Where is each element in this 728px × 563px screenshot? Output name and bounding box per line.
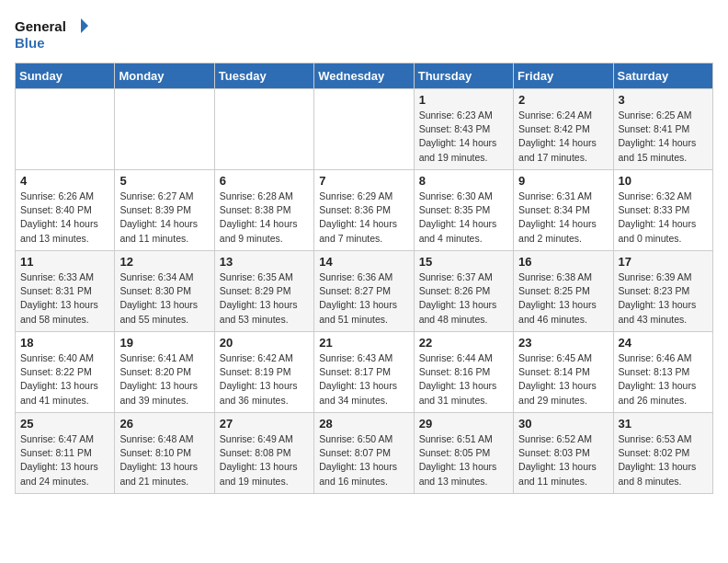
day-info: Sunrise: 6:50 AMSunset: 8:07 PMDaylight:…	[319, 432, 408, 488]
header: General Blue	[15, 15, 713, 55]
calendar-cell: 11Sunrise: 6:33 AMSunset: 8:31 PMDayligh…	[16, 251, 115, 332]
day-number: 14	[319, 255, 408, 269]
svg-text:General: General	[15, 18, 66, 34]
day-info: Sunrise: 6:23 AMSunset: 8:43 PMDaylight:…	[419, 109, 508, 165]
logo: General Blue	[15, 15, 88, 55]
day-info: Sunrise: 6:31 AMSunset: 8:34 PMDaylight:…	[518, 190, 608, 246]
day-info: Sunrise: 6:52 AMSunset: 8:03 PMDaylight:…	[518, 432, 608, 488]
calendar-cell: 24Sunrise: 6:46 AMSunset: 8:13 PMDayligh…	[613, 332, 712, 413]
day-number: 2	[518, 93, 608, 107]
weekday-header-saturday: Saturday	[613, 63, 712, 89]
day-info: Sunrise: 6:25 AMSunset: 8:41 PMDaylight:…	[619, 109, 708, 165]
svg-text:Blue: Blue	[15, 35, 45, 51]
day-number: 12	[119, 255, 209, 269]
calendar-cell: 1Sunrise: 6:23 AMSunset: 8:43 PMDaylight…	[414, 89, 513, 170]
day-number: 23	[518, 336, 608, 350]
day-number: 3	[619, 93, 708, 107]
calendar-cell: 10Sunrise: 6:32 AMSunset: 8:33 PMDayligh…	[613, 170, 712, 251]
weekday-header-friday: Friday	[514, 63, 613, 89]
day-number: 15	[419, 255, 508, 269]
day-info: Sunrise: 6:47 AMSunset: 8:11 PMDaylight:…	[20, 432, 109, 488]
day-number: 13	[220, 255, 309, 269]
day-info: Sunrise: 6:40 AMSunset: 8:22 PMDaylight:…	[20, 351, 109, 408]
day-number: 1	[419, 93, 508, 107]
calendar-cell: 7Sunrise: 6:29 AMSunset: 8:36 PMDaylight…	[314, 170, 414, 251]
day-number: 6	[220, 174, 309, 188]
day-number: 10	[619, 174, 708, 188]
day-info: Sunrise: 6:44 AMSunset: 8:16 PMDaylight:…	[419, 351, 508, 408]
day-number: 28	[319, 417, 408, 431]
day-number: 18	[20, 336, 109, 350]
day-info: Sunrise: 6:48 AMSunset: 8:10 PMDaylight:…	[119, 432, 209, 488]
calendar-cell: 15Sunrise: 6:37 AMSunset: 8:26 PMDayligh…	[414, 251, 513, 332]
calendar-cell: 31Sunrise: 6:53 AMSunset: 8:02 PMDayligh…	[613, 413, 712, 494]
weekday-header-wednesday: Wednesday	[314, 63, 414, 89]
day-number: 8	[419, 174, 508, 188]
day-number: 30	[518, 417, 608, 431]
calendar-cell: 29Sunrise: 6:51 AMSunset: 8:05 PMDayligh…	[414, 413, 513, 494]
calendar-cell	[214, 89, 313, 170]
day-number: 17	[619, 255, 708, 269]
day-info: Sunrise: 6:42 AMSunset: 8:19 PMDaylight:…	[220, 351, 309, 408]
day-number: 7	[319, 174, 408, 188]
day-number: 11	[20, 255, 109, 269]
day-number: 4	[20, 174, 109, 188]
calendar-table: SundayMondayTuesdayWednesdayThursdayFrid…	[15, 63, 713, 494]
calendar-cell: 27Sunrise: 6:49 AMSunset: 8:08 PMDayligh…	[214, 413, 313, 494]
calendar-cell: 6Sunrise: 6:28 AMSunset: 8:38 PMDaylight…	[214, 170, 313, 251]
calendar-cell: 20Sunrise: 6:42 AMSunset: 8:19 PMDayligh…	[214, 332, 313, 413]
day-info: Sunrise: 6:51 AMSunset: 8:05 PMDaylight:…	[419, 432, 508, 488]
day-number: 9	[518, 174, 608, 188]
day-number: 31	[619, 417, 708, 431]
calendar-cell: 21Sunrise: 6:43 AMSunset: 8:17 PMDayligh…	[314, 332, 414, 413]
day-info: Sunrise: 6:39 AMSunset: 8:23 PMDaylight:…	[619, 270, 708, 327]
day-info: Sunrise: 6:49 AMSunset: 8:08 PMDaylight:…	[220, 432, 309, 488]
calendar-cell: 13Sunrise: 6:35 AMSunset: 8:29 PMDayligh…	[214, 251, 313, 332]
calendar-cell: 2Sunrise: 6:24 AMSunset: 8:42 PMDaylight…	[514, 89, 613, 170]
day-info: Sunrise: 6:33 AMSunset: 8:31 PMDaylight:…	[20, 270, 109, 327]
calendar-cell: 22Sunrise: 6:44 AMSunset: 8:16 PMDayligh…	[414, 332, 513, 413]
day-info: Sunrise: 6:27 AMSunset: 8:39 PMDaylight:…	[119, 190, 209, 246]
day-info: Sunrise: 6:34 AMSunset: 8:30 PMDaylight:…	[119, 270, 209, 327]
weekday-header-tuesday: Tuesday	[214, 63, 313, 89]
day-info: Sunrise: 6:36 AMSunset: 8:27 PMDaylight:…	[319, 270, 408, 327]
calendar-cell: 8Sunrise: 6:30 AMSunset: 8:35 PMDaylight…	[414, 170, 513, 251]
calendar-cell: 19Sunrise: 6:41 AMSunset: 8:20 PMDayligh…	[115, 332, 214, 413]
day-info: Sunrise: 6:32 AMSunset: 8:33 PMDaylight:…	[619, 190, 708, 246]
day-info: Sunrise: 6:30 AMSunset: 8:35 PMDaylight:…	[419, 190, 508, 246]
calendar-cell: 16Sunrise: 6:38 AMSunset: 8:25 PMDayligh…	[514, 251, 613, 332]
day-info: Sunrise: 6:41 AMSunset: 8:20 PMDaylight:…	[119, 351, 209, 408]
day-number: 27	[220, 417, 309, 431]
calendar-cell: 23Sunrise: 6:45 AMSunset: 8:14 PMDayligh…	[514, 332, 613, 413]
calendar-cell: 28Sunrise: 6:50 AMSunset: 8:07 PMDayligh…	[314, 413, 414, 494]
day-number: 19	[119, 336, 209, 350]
day-info: Sunrise: 6:37 AMSunset: 8:26 PMDaylight:…	[419, 270, 508, 327]
day-number: 5	[119, 174, 209, 188]
logo-svg: General Blue	[15, 15, 88, 55]
day-info: Sunrise: 6:35 AMSunset: 8:29 PMDaylight:…	[220, 270, 309, 327]
day-info: Sunrise: 6:45 AMSunset: 8:14 PMDaylight:…	[518, 351, 608, 408]
calendar-cell: 17Sunrise: 6:39 AMSunset: 8:23 PMDayligh…	[613, 251, 712, 332]
weekday-header-monday: Monday	[115, 63, 214, 89]
day-number: 20	[220, 336, 309, 350]
calendar-cell	[314, 89, 414, 170]
day-number: 29	[419, 417, 508, 431]
calendar-cell: 3Sunrise: 6:25 AMSunset: 8:41 PMDaylight…	[613, 89, 712, 170]
calendar-cell: 4Sunrise: 6:26 AMSunset: 8:40 PMDaylight…	[16, 170, 115, 251]
weekday-header-thursday: Thursday	[414, 63, 513, 89]
calendar-cell: 30Sunrise: 6:52 AMSunset: 8:03 PMDayligh…	[514, 413, 613, 494]
day-number: 16	[518, 255, 608, 269]
day-info: Sunrise: 6:24 AMSunset: 8:42 PMDaylight:…	[518, 109, 608, 165]
day-info: Sunrise: 6:53 AMSunset: 8:02 PMDaylight:…	[619, 432, 708, 488]
day-number: 22	[419, 336, 508, 350]
day-number: 21	[319, 336, 408, 350]
day-info: Sunrise: 6:28 AMSunset: 8:38 PMDaylight:…	[220, 190, 309, 246]
calendar-cell: 18Sunrise: 6:40 AMSunset: 8:22 PMDayligh…	[16, 332, 115, 413]
calendar-cell: 25Sunrise: 6:47 AMSunset: 8:11 PMDayligh…	[16, 413, 115, 494]
svg-marker-2	[81, 18, 88, 33]
calendar-cell	[115, 89, 214, 170]
calendar-cell: 5Sunrise: 6:27 AMSunset: 8:39 PMDaylight…	[115, 170, 214, 251]
weekday-header-sunday: Sunday	[16, 63, 115, 89]
day-info: Sunrise: 6:29 AMSunset: 8:36 PMDaylight:…	[319, 190, 408, 246]
calendar-cell: 12Sunrise: 6:34 AMSunset: 8:30 PMDayligh…	[115, 251, 214, 332]
